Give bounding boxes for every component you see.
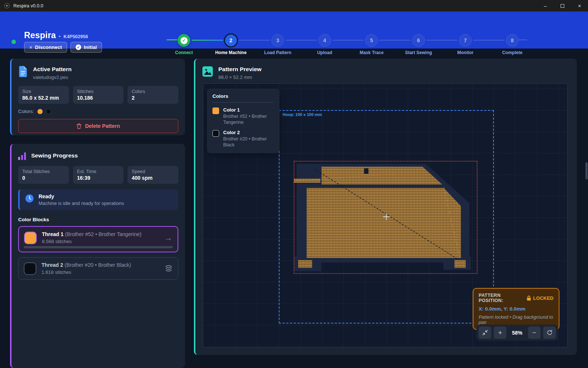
pattern-preview-card: Pattern Preview 86.0 × 52.2 mm [194, 59, 577, 355]
minus-icon: − [532, 329, 536, 337]
window-scrollbar[interactable] [585, 162, 588, 179]
clock-icon [25, 194, 34, 203]
position-title: PATTERN POSITION: [479, 293, 526, 303]
legend-swatch-black [212, 130, 219, 137]
app-window: Respira v0.0.0 – × Respira • K4P502956 ×… [0, 0, 588, 368]
legend-item-color1: Color 1 Brother #52 • Brother Tangerine [212, 107, 274, 125]
disconnect-button[interactable]: × Disconnect [24, 42, 67, 53]
layers-stack-icon [165, 265, 173, 272]
status-title: Ready [39, 193, 124, 199]
lock-icon [526, 295, 531, 301]
step-monitor[interactable]: 7 Monitor [442, 34, 489, 55]
thread-block-1[interactable]: Thread 1 (Brother #52 • Brother Tangerin… [18, 226, 178, 252]
fit-icon [482, 329, 488, 336]
brand-title: Respira [24, 30, 56, 40]
hoop-label: Hoop: 100 x 100 mm [283, 112, 322, 117]
position-coordinates: X: 0.0mm, Y: 0.0mm [479, 306, 554, 312]
stat-speed: Speed 400 spm [128, 166, 178, 184]
thread-2-swatch [24, 262, 36, 275]
sewing-progress-card: Sewing Progress Total Stitches 0 Est. Ti… [10, 144, 185, 368]
preview-canvas[interactable]: Hoop: 100 x 100 mm Colors Color 1 Brothe… [203, 83, 568, 348]
fit-to-screen-button[interactable] [479, 326, 491, 339]
arrow-right-icon: → [164, 234, 172, 242]
status-description: Machine is idle and ready for operations [39, 200, 124, 206]
stat-stitches: Stitches 10.186 [73, 86, 124, 104]
sewing-progress-title: Sewing Progress [31, 152, 78, 160]
thread-1-swatch [24, 232, 37, 244]
zoom-out-button[interactable]: − [528, 326, 541, 339]
legend-title: Colors [212, 93, 274, 103]
position-hint: Pattern locked • Drag background to pan [479, 315, 554, 325]
colors-label: Colors: [18, 109, 34, 114]
step-connect[interactable]: ✓ Connect [161, 34, 208, 55]
stat-est-time: Est. Time 16:39 [73, 166, 124, 184]
titlebar: Respira v0.0.0 – × [0, 0, 588, 11]
header: Respira • K4P502956 × Disconnect ✓ Initi… [0, 11, 588, 49]
zoom-toolbar: + 58% − [476, 325, 558, 341]
colors-legend: Colors Color 1 Brother #52 • Brother Tan… [207, 89, 280, 153]
app-icon [4, 3, 10, 9]
serial-bullet: • [59, 34, 61, 39]
zoom-in-button[interactable]: + [494, 326, 506, 339]
plus-icon: + [498, 329, 502, 337]
image-icon [202, 66, 213, 77]
legend-swatch-tangerine [212, 107, 219, 114]
maximize-icon [561, 4, 564, 8]
initial-state-badge[interactable]: ✓ Initial [70, 42, 102, 53]
legend-item-color2: Color 2 Brother #20 • Brother Black [212, 130, 274, 148]
pattern-dimensions: 86.0 × 52.2 mm [218, 74, 261, 80]
connection-status-dot [11, 40, 16, 44]
step-start-sewing[interactable]: 6 Start Sewing [395, 34, 442, 55]
maximize-button[interactable] [554, 0, 571, 11]
step-load-pattern[interactable]: 3 Load Pattern [254, 34, 301, 55]
check-circle-icon: ✓ [76, 44, 81, 50]
close-button[interactable]: × [571, 0, 588, 11]
stat-size: Size 86.0 x 52.2 mm [18, 86, 69, 104]
x-icon: × [29, 44, 32, 50]
serial-number: K4P502956 [63, 34, 88, 39]
file-icon [18, 66, 28, 77]
pattern-bounds [294, 161, 478, 274]
step-mask-trace[interactable]: 5 Mask Trace [348, 34, 395, 55]
step-home-machine[interactable]: 2 Home Machine [208, 34, 255, 55]
pattern-preview-title: Pattern Preview [218, 66, 261, 73]
zoom-level: 58% [509, 330, 525, 336]
color-dot-tangerine [37, 109, 43, 114]
locked-badge: LOCKED [533, 295, 554, 301]
machine-status-box: Ready Machine is idle and ready for oper… [18, 189, 178, 210]
delete-pattern-button[interactable]: Delete Pattern [18, 119, 178, 133]
minimize-button[interactable]: – [537, 0, 554, 11]
active-pattern-title: Active Pattern [33, 66, 72, 73]
pattern-filename: valetudogv2.pes [33, 74, 72, 80]
stat-total-stitches: Total Stitches 0 [18, 166, 69, 184]
step-upload[interactable]: 4 Upload [301, 34, 348, 55]
color-blocks-label: Color Blocks [18, 217, 178, 222]
reset-view-button[interactable] [543, 326, 556, 339]
step-done-icon: ✓ [178, 34, 190, 47]
window-title: Respira v0.0.0 [13, 3, 43, 9]
trash-icon [76, 123, 82, 129]
color-dot-black [46, 109, 51, 114]
active-pattern-card: Active Pattern valetudogv2.pes Size 86.0… [10, 59, 185, 135]
thread-1-progress-bar [24, 246, 173, 248]
bar-chart-icon [18, 152, 26, 160]
stat-colors: Colors 2 [128, 86, 178, 104]
step-complete[interactable]: 8 Complete [489, 34, 536, 55]
workflow-stepper: ✓ Connect 2 Home Machine 3 Load Pattern … [161, 34, 536, 55]
thread-block-2[interactable]: Thread 2 (Brother #20 • Brother Black) 1… [18, 257, 178, 280]
pattern-position-overlay: PATTERN POSITION: LOCKED X: 0.0mm, Y: 0.… [473, 288, 559, 330]
refresh-icon [546, 329, 553, 336]
